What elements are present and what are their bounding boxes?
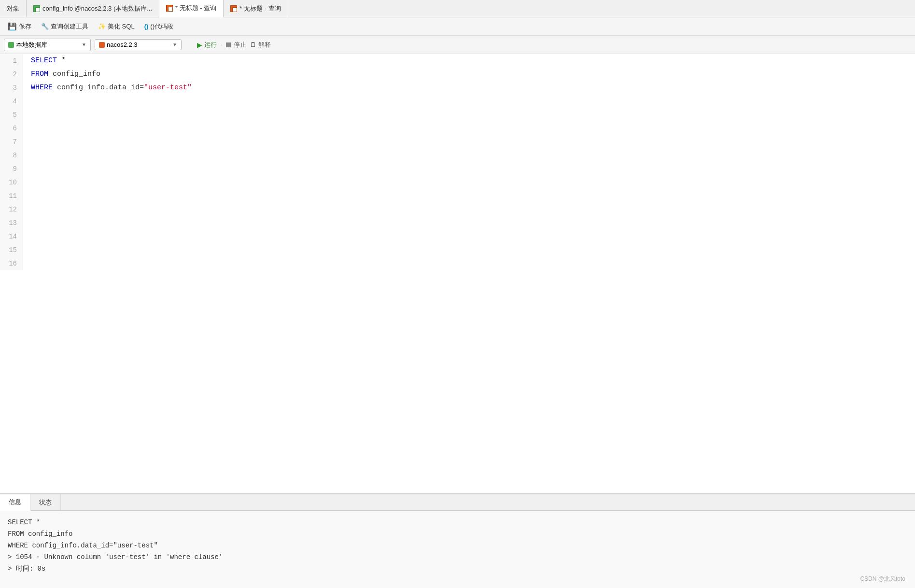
beautify-icon: ✨: [98, 23, 106, 30]
run-label: 运行: [204, 41, 217, 49]
bottom-content: SELECT *FROM config_infoWHERE config_inf…: [0, 511, 915, 588]
code-line: [31, 230, 907, 243]
main-layout: 💾 保存 🔧 查询创建工具 ✨ 美化 SQL () ()代码段 本地数据库 ▼ …: [0, 17, 915, 588]
stop-label: 停止: [234, 41, 246, 49]
query-tool-label: 查询创建工具: [51, 22, 88, 31]
explain-label: 解释: [258, 41, 271, 49]
run-icon: ▶: [197, 41, 202, 49]
tab-untitled2-label: * 无标题 - 查询: [239, 4, 281, 13]
code-line: [31, 189, 907, 203]
table-orange-icon-1: [166, 5, 173, 12]
local-db-label: 本地数据库: [16, 41, 47, 49]
line-number: 10: [6, 176, 17, 189]
run-separator: ·: [221, 42, 222, 48]
line-number: 13: [6, 216, 17, 230]
code-line: SELECT *: [31, 54, 907, 68]
watermark: CSDN @北风toto: [860, 575, 905, 583]
output-line: WHERE config_info.data_id="user-test": [8, 540, 907, 551]
code-line: [31, 257, 907, 270]
line-number: 12: [6, 203, 17, 216]
line-number: 6: [6, 122, 17, 135]
code-line: [31, 203, 907, 216]
tab-untitled1-label: * 无标题 - 查询: [175, 4, 216, 13]
line-number: 4: [6, 95, 17, 108]
code-snippet-label: ()代码段: [150, 22, 173, 31]
bottom-tab-bar: 信息 状态: [0, 494, 915, 511]
line-number: 8: [6, 149, 17, 162]
beautify-label: 美化 SQL: [108, 22, 135, 31]
tab-info-label: 信息: [9, 498, 21, 506]
code-line: [31, 176, 907, 189]
code-line: FROM config_info: [31, 68, 907, 81]
line-numbers: 12345678910111213141516: [0, 54, 23, 270]
output-line: FROM config_info: [8, 528, 907, 540]
bottom-panel: 信息 状态 SELECT *FROM config_infoWHERE conf…: [0, 493, 915, 588]
line-number: 15: [6, 243, 17, 257]
code-line: WHERE config_info.data_id="user-test": [31, 81, 907, 95]
tab-config-info-label: config_info @nacos2.2.3 (本地数据库...: [42, 4, 152, 13]
tab-objects-label: 对象: [7, 4, 19, 13]
output-line: > 时间: 0s: [8, 563, 907, 574]
tab-untitled1[interactable]: * 无标题 - 查询: [159, 0, 224, 17]
toolbar: 💾 保存 🔧 查询创建工具 ✨ 美化 SQL () ()代码段: [0, 17, 915, 36]
code-line: [31, 162, 907, 176]
line-number: 11: [6, 189, 17, 203]
code-line: [31, 122, 907, 135]
explain-button[interactable]: 🗒 解释: [250, 41, 271, 49]
code-line: [31, 108, 907, 122]
local-db-selector[interactable]: 本地数据库 ▼: [4, 39, 91, 51]
beautify-button[interactable]: ✨ 美化 SQL: [94, 20, 139, 33]
nacos-db-arrow-icon: ▼: [172, 42, 177, 47]
query-tool-icon: 🔧: [41, 23, 49, 30]
tab-objects[interactable]: 对象: [0, 0, 27, 17]
code-line: [31, 135, 907, 149]
line-number: 3: [6, 81, 17, 95]
code-lines: 12345678910111213141516 SELECT *FROM con…: [0, 54, 915, 270]
run-button[interactable]: ▶ 运行: [197, 41, 217, 49]
query-tool-button[interactable]: 🔧 查询创建工具: [37, 20, 92, 33]
tab-config-info[interactable]: config_info @nacos2.2.3 (本地数据库...: [27, 0, 159, 17]
editor-area[interactable]: 12345678910111213141516 SELECT *FROM con…: [0, 54, 915, 493]
line-number: 1: [6, 54, 17, 68]
tab-untitled2[interactable]: * 无标题 - 查询: [224, 0, 288, 17]
save-label: 保存: [19, 22, 31, 31]
code-line: [31, 216, 907, 230]
line-number: 9: [6, 162, 17, 176]
tab-status[interactable]: 状态: [30, 494, 61, 510]
tab-status-label: 状态: [39, 498, 52, 507]
table-orange-icon-2: [230, 5, 237, 12]
code-line: [31, 243, 907, 257]
code-line: [31, 95, 907, 108]
line-number: 16: [6, 257, 17, 270]
tab-bar: 对象 config_info @nacos2.2.3 (本地数据库... * 无…: [0, 0, 915, 17]
line-number: 5: [6, 108, 17, 122]
tab-info[interactable]: 信息: [0, 494, 30, 511]
stop-button[interactable]: 停止: [226, 41, 246, 49]
stop-icon: [226, 42, 231, 47]
code-snippet-button[interactable]: () ()代码段: [141, 20, 177, 33]
nacos-db-icon: [99, 42, 105, 48]
code-content[interactable]: SELECT *FROM config_infoWHERE config_inf…: [23, 54, 915, 270]
save-icon: 💾: [8, 22, 17, 31]
nacos-db-label: nacos2.2.3: [107, 41, 138, 48]
line-number: 2: [6, 68, 17, 81]
output-line: > 1054 - Unknown column 'user-test' in '…: [8, 551, 907, 563]
output-line: SELECT *: [8, 517, 907, 528]
table-green-icon: [33, 5, 40, 12]
line-number: 7: [6, 135, 17, 149]
save-button[interactable]: 💾 保存: [4, 20, 35, 33]
local-db-icon: [8, 42, 14, 48]
local-db-arrow-icon: ▼: [82, 42, 86, 47]
line-number: 14: [6, 230, 17, 243]
explain-icon: 🗒: [250, 41, 256, 48]
code-snippet-icon: (): [144, 23, 149, 30]
db-bar: 本地数据库 ▼ nacos2.2.3 ▼ ▶ 运行 · 停止 🗒 解释: [0, 36, 915, 54]
nacos-db-selector[interactable]: nacos2.2.3 ▼: [95, 39, 182, 50]
code-line: [31, 149, 907, 162]
